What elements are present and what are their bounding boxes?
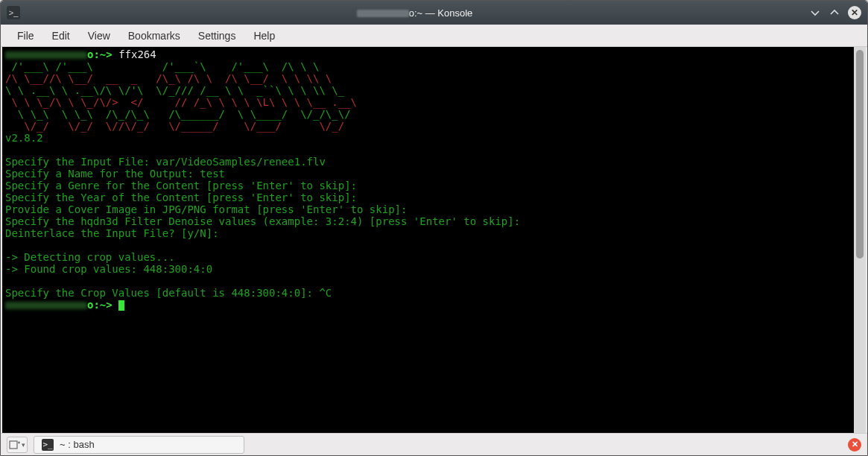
- terminal[interactable]: o:~> ffx264 /'___\ /'___\ /'___`\ /'___\…: [2, 47, 854, 433]
- ascii-line: \ \ \_/\ \ \_/\/> </ // /_\ \ \ \ \L\ \ …: [5, 96, 357, 108]
- minimize-button[interactable]: [809, 7, 821, 19]
- chevron-down-icon: ▾: [22, 441, 25, 449]
- svg-rect-0: [10, 441, 17, 449]
- terminal-line: Specify a Name for the Output: test: [5, 168, 225, 180]
- close-button[interactable]: ✕: [848, 6, 861, 19]
- menu-view[interactable]: View: [80, 27, 118, 45]
- window-sysmenu[interactable]: >_: [7, 6, 20, 19]
- prompt-path: o:~>: [87, 48, 113, 60]
- terminal-line: Specify the Input File: var/VideoSamples…: [5, 156, 326, 168]
- tab-bash[interactable]: >_ ~ : bash: [34, 436, 244, 454]
- konsole-window: >_ o:~ — Konsole ✕ File Edit View Bookma…: [0, 0, 868, 456]
- scrollbar[interactable]: [854, 47, 866, 433]
- terminal-app-icon: >_: [7, 6, 20, 19]
- window-title-text: o:~ — Konsole: [409, 7, 473, 19]
- terminal-line: Provide a Cover Image in JPG/PNG format …: [5, 203, 407, 215]
- terminal-line: -> Found crop values: 448:300:4:0: [5, 263, 212, 275]
- menu-edit[interactable]: Edit: [45, 27, 77, 45]
- terminal-line: -> Detecting crop values...: [5, 251, 175, 263]
- terminal-line: Specify the hqdn3d Filter Denoise values…: [5, 215, 520, 227]
- ascii-line: /\ \__//\ \__/ __ _ /\_\ /\ \ /\ \__/ \ …: [5, 72, 332, 84]
- obscured-text: [357, 10, 409, 17]
- maximize-button[interactable]: [829, 7, 840, 19]
- terminal-icon: >_: [42, 439, 54, 451]
- version-text: v2.8.2: [5, 132, 43, 144]
- menu-settings[interactable]: Settings: [191, 27, 244, 45]
- menu-bookmarks[interactable]: Bookmarks: [121, 27, 188, 45]
- terminal-line: Specify the Crop Values [default is 448:…: [5, 287, 332, 299]
- scrollbar-thumb[interactable]: [856, 50, 864, 259]
- cursor: [118, 300, 124, 311]
- menubar: File Edit View Bookmarks Settings Help: [1, 25, 867, 47]
- obscured-text: [5, 302, 87, 309]
- prompt-path: o:~>: [87, 299, 113, 311]
- close-tab-button[interactable]: ✕: [848, 438, 861, 452]
- terminal-line: Specify the Year of the Content [press '…: [5, 191, 357, 203]
- command-text: ffx264: [118, 48, 156, 60]
- menu-help[interactable]: Help: [246, 27, 282, 45]
- new-tab-button[interactable]: ▾: [7, 437, 28, 453]
- terminal-line: Specify a Genre for the Content [press '…: [5, 180, 357, 191]
- ascii-line: /'___\ /'___\ /'___`\ /'___\ /\ \ \: [5, 60, 319, 72]
- ascii-line: \ \ .__\ \ .__\/\ \/'\ \/_/// /__ \ \ _`…: [5, 84, 344, 96]
- terminal-line: Deinterlace the Input File? [y/N]:: [5, 227, 219, 239]
- obscured-text: [5, 51, 87, 59]
- menu-file[interactable]: File: [10, 27, 42, 45]
- terminal-container: o:~> ffx264 /'___\ /'___\ /'___`\ /'___\…: [1, 47, 867, 433]
- bottombar: ▾ >_ ~ : bash ✕: [1, 433, 867, 455]
- window-title: o:~ — Konsole: [20, 7, 809, 19]
- ascii-line: \ \_\ \ \_\ /\_/\_\ /\______/ \ \____/ \…: [5, 108, 351, 120]
- ascii-line: \/_/ \/_/ \//\/_/ \/_____/ \/___/ \/_/: [5, 120, 344, 132]
- tab-label: ~ : bash: [60, 439, 95, 450]
- titlebar: >_ o:~ — Konsole ✕: [1, 1, 867, 25]
